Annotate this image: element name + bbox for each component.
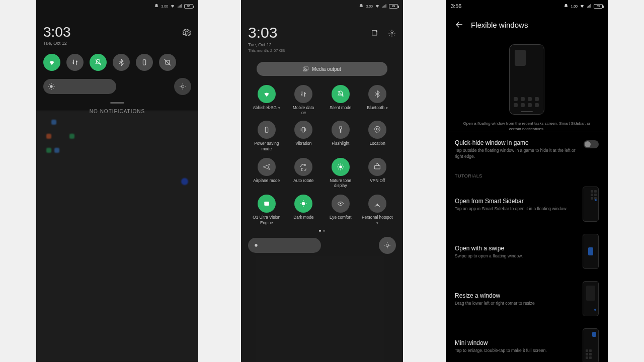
- qs-tile-flashlight[interactable]: Flashlight: [322, 121, 359, 152]
- svg-rect-18: [302, 128, 305, 132]
- edit-icon[interactable]: [371, 29, 379, 37]
- auto-rotate-toggle[interactable]: [159, 54, 176, 71]
- qs-tile-bluetooth[interactable]: Bluetooth ▾: [359, 85, 396, 115]
- tutorial-title: Resize a window: [455, 292, 577, 299]
- vpn-icon: [368, 158, 386, 176]
- svg-line-27: [338, 168, 339, 169]
- bluetooth-toggle[interactable]: [113, 54, 130, 71]
- svg-point-20: [339, 165, 342, 168]
- qs-tile-label: Vibration: [295, 141, 311, 146]
- battery-indicator: 89: [594, 4, 603, 9]
- tutorial-sub: Tap to enlarge. Double-tap to make it fu…: [455, 348, 577, 353]
- qs-tile-label: Flashlight: [332, 141, 349, 146]
- qs-tile-data[interactable]: Mobile dataOff: [285, 85, 323, 115]
- brightness-slider[interactable]: [248, 238, 321, 253]
- autorotate-icon: [294, 158, 312, 176]
- qs-tile-wifi[interactable]: Abhishek-5G ▾: [248, 85, 285, 115]
- svg-rect-17: [265, 127, 268, 133]
- tutorial-row[interactable]: Resize a windowDrag the lower left or ri…: [446, 275, 608, 322]
- qs-tile-ultravision[interactable]: O1 Ultra Vision Engine: [248, 195, 285, 226]
- auto-brightness-toggle[interactable]: [379, 237, 396, 254]
- phone-notification-shade: 3.00 98 3:03 Tue, Oct 12: [36, 0, 198, 362]
- svg-point-38: [255, 244, 257, 246]
- hotspot-icon: [368, 195, 386, 213]
- brightness-slider[interactable]: [43, 79, 116, 94]
- svg-line-26: [342, 168, 343, 169]
- qs-tile-power[interactable]: Power saving mode: [248, 121, 285, 152]
- svg-point-2: [50, 85, 52, 87]
- brightness-low-icon: [252, 241, 260, 249]
- tutorial-thumbnail: [583, 234, 599, 269]
- qs-tile-silent[interactable]: Silent mode: [322, 85, 359, 115]
- qs-tile-sublabel: Off: [301, 111, 306, 115]
- quick-hide-setting[interactable]: Quick-hide window in game Tap outside th…: [446, 132, 608, 166]
- qs-tile-vibration[interactable]: Vibration: [285, 121, 323, 152]
- back-icon[interactable]: [455, 20, 464, 29]
- hero-caption: Open a floating window from the recent t…: [446, 121, 608, 132]
- qs-tile-hotspot[interactable]: Personal hotspot ▾: [359, 195, 396, 226]
- qs-tile-label: Nature tone display: [324, 178, 358, 189]
- qs-tile-eyecomfort[interactable]: Eye comfort: [322, 195, 359, 226]
- data-usage-label: This month: 2.07 GB: [248, 48, 285, 53]
- silent-icon: [332, 85, 350, 103]
- settings-icon[interactable]: [182, 28, 191, 37]
- settings-icon[interactable]: [388, 29, 396, 37]
- auto-brightness-toggle[interactable]: [174, 78, 191, 95]
- silent-icon: [564, 4, 569, 9]
- silent-icon: [154, 4, 159, 9]
- mobile-data-toggle[interactable]: [66, 54, 84, 71]
- media-output-button[interactable]: Media output: [257, 62, 387, 76]
- tutorials-section-label: TUTORIALS: [446, 166, 608, 180]
- silent-toggle[interactable]: [90, 54, 107, 71]
- tutorial-thumbnail: [583, 281, 599, 316]
- tutorial-row[interactable]: Open with a swipeSwipe up to open a floa…: [446, 228, 608, 275]
- signal-icon: [587, 4, 592, 9]
- battery-indicator: 99: [389, 4, 398, 9]
- qs-tile-autorotate[interactable]: Auto rotate: [285, 158, 323, 189]
- qs-tile-label: Silent mode: [330, 106, 351, 111]
- svg-line-10: [53, 84, 53, 84]
- data-speed: 3.00: [161, 5, 168, 8]
- qs-tile-label: Personal hotspot ▾: [360, 215, 394, 226]
- svg-line-25: [338, 164, 339, 165]
- qs-tile-naturetone[interactable]: Nature tone display: [322, 158, 359, 189]
- qs-tile-airplane[interactable]: Airplane mode: [248, 158, 285, 189]
- wifi-icon: [580, 4, 585, 9]
- svg-line-7: [49, 84, 49, 84]
- page-dot-1: [319, 230, 321, 232]
- qs-tile-location[interactable]: Location: [359, 121, 396, 152]
- wifi-toggle[interactable]: [43, 54, 60, 71]
- power-saving-toggle[interactable]: [136, 54, 153, 71]
- status-bar: 3:56 1.00 89: [446, 0, 608, 12]
- svg-line-8: [53, 88, 53, 88]
- wifi-icon: [170, 4, 175, 9]
- qs-tile-vpn[interactable]: VPN Off: [359, 158, 396, 189]
- svg-point-36: [340, 203, 341, 205]
- status-bar: 3.00 99: [241, 0, 403, 12]
- media-output-label: Media output: [312, 66, 341, 72]
- vibration-icon: [294, 121, 312, 139]
- quick-hide-sub: Tap outside the floating window in a gam…: [455, 148, 579, 159]
- page-title: Flexible windows: [471, 21, 528, 29]
- panel-drag-handle[interactable]: [110, 102, 124, 104]
- status-time: 3:56: [451, 3, 461, 9]
- qs-tile-darkmode[interactable]: Dark mode: [285, 195, 323, 226]
- qs-tile-label: Eye comfort: [330, 215, 352, 220]
- quick-settings-grid: Abhishek-5G ▾Mobile dataOffSilent modeBl…: [248, 85, 396, 226]
- quick-hide-switch[interactable]: [584, 140, 599, 148]
- tutorial-title: Mini window: [455, 339, 577, 346]
- qs-tile-label: Power saving mode: [250, 141, 284, 152]
- cast-icon: [303, 66, 309, 72]
- svg-line-28: [342, 164, 343, 165]
- naturetone-icon: [332, 158, 350, 176]
- wifi-icon: [375, 4, 380, 9]
- svg-line-9: [49, 88, 49, 88]
- tutorial-sub: Drag the lower left or right corner to r…: [455, 301, 577, 306]
- tutorial-row[interactable]: Open from Smart SidebarTap an app in Sma…: [446, 180, 608, 228]
- tutorial-row[interactable]: Mini windowTap to enlarge. Double-tap to…: [446, 322, 608, 362]
- silent-icon: [359, 4, 364, 9]
- phone-flexible-windows-settings: 3:56 1.00 89 Flexible windows Open a flo…: [446, 0, 608, 362]
- darkmode-icon: [294, 195, 312, 213]
- svg-point-19: [376, 128, 378, 130]
- airplane-icon: [258, 158, 276, 176]
